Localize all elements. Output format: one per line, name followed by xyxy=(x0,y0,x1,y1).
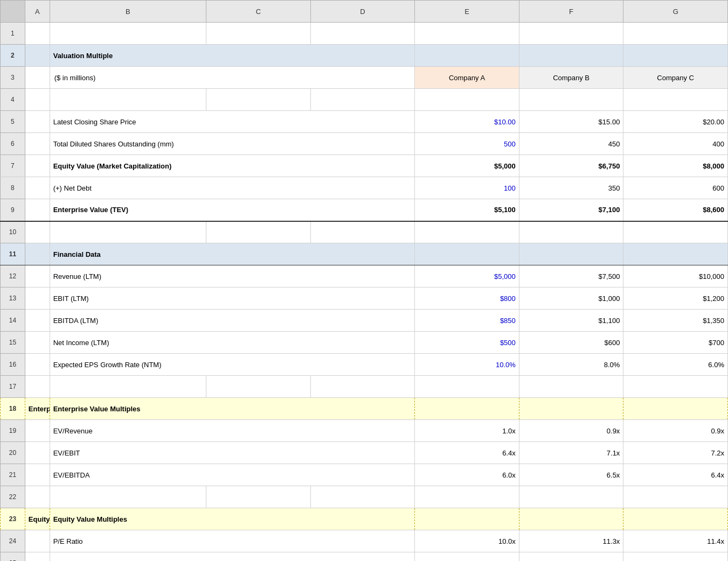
table-row: 9Enterprise Value (TEV)$5,100$7,100$8,60… xyxy=(1,199,728,221)
cell-g-value: 6.0% xyxy=(623,354,728,376)
cell-f xyxy=(519,221,623,243)
row-label: (+) Net Debt xyxy=(50,177,415,199)
cell-f xyxy=(519,45,623,67)
cell-a xyxy=(25,265,50,287)
corner-cell xyxy=(1,1,25,23)
cell-f-value: $15.00 xyxy=(519,111,623,133)
row-number: 16 xyxy=(1,354,25,376)
table-row: 16Expected EPS Growth Rate (NTM)10.0%8.0… xyxy=(1,354,728,376)
row-number: 4 xyxy=(1,89,25,111)
cell-a xyxy=(25,155,50,177)
cell-d xyxy=(310,89,415,111)
table-row: 3($ in millions)Company ACompany BCompan… xyxy=(1,67,728,89)
cell-d xyxy=(310,376,415,398)
cell-f-value: 11.3x xyxy=(519,530,623,552)
cell-g xyxy=(623,45,728,67)
cell-g-value: 6.4x xyxy=(623,464,728,486)
row-number: 19 xyxy=(1,420,25,442)
row-number: 24 xyxy=(1,530,25,552)
cell-d xyxy=(310,486,415,508)
cell-a xyxy=(25,89,50,111)
cell-g-value: $20.00 xyxy=(623,111,728,133)
cell-f-value: 6.5x xyxy=(519,464,623,486)
row-label: EBIT (LTM) xyxy=(50,287,415,310)
table-row: 24P/E Ratio10.0x11.3x11.4x xyxy=(1,530,728,552)
col-header-d: D xyxy=(310,1,415,23)
cell-e xyxy=(415,398,519,420)
cell-a xyxy=(25,23,50,45)
cell-f-value: $6,750 xyxy=(519,155,623,177)
cell-f xyxy=(519,89,623,111)
cell-b xyxy=(50,221,206,243)
cell-g-value: 600 xyxy=(623,177,728,199)
cell-a xyxy=(25,332,50,354)
cell-g xyxy=(623,508,728,530)
cell-c xyxy=(206,376,311,398)
row-label: EV/EBITDA xyxy=(50,464,415,486)
table-row: 20EV/EBIT6.4x7.1x7.2x xyxy=(1,442,728,464)
row-number: 1 xyxy=(1,23,25,45)
row-label: Total Diluted Shares Outstanding (mm) xyxy=(50,133,415,155)
row-label: Revenue (LTM) xyxy=(50,265,415,287)
cell-e-value: $850 xyxy=(415,310,519,332)
cell-b xyxy=(50,23,206,45)
cell-f xyxy=(519,486,623,508)
table-row: 7Equity Value (Market Capitalization)$5,… xyxy=(1,155,728,177)
row-number: 10 xyxy=(1,221,25,243)
cell-e-value: 10.0% xyxy=(415,354,519,376)
table-row: 25PEG Ratio1.0x1.4x1.9x xyxy=(1,552,728,562)
cell-e-value: $10.00 xyxy=(415,111,519,133)
cell-e-value: 10.0x xyxy=(415,530,519,552)
section-header-label: Enterprise Value Multiples xyxy=(50,398,415,420)
row-number: 6 xyxy=(1,133,25,155)
table-row: 17 xyxy=(1,376,728,398)
cell-f xyxy=(519,398,623,420)
cell-f-value: 0.9x xyxy=(519,420,623,442)
cell-a: Enterprise Value Multiples xyxy=(25,398,50,420)
column-header-row: A B C D E F G xyxy=(1,1,728,23)
cell-g xyxy=(623,486,728,508)
cell-f-value: $7,100 xyxy=(519,199,623,221)
cell-f xyxy=(519,243,623,265)
cell-e xyxy=(415,89,519,111)
table-row: 15Net Income (LTM)$500$600$700 xyxy=(1,332,728,354)
cell-f-value: $600 xyxy=(519,332,623,354)
table-row: 11Financial Data xyxy=(1,243,728,265)
cell-g-value: 0.9x xyxy=(623,420,728,442)
cell-e-value: $5,000 xyxy=(415,155,519,177)
col-header-f: F xyxy=(519,1,623,23)
spreadsheet: A B C D E F G 12Valuation Multiple3($ in… xyxy=(0,0,728,561)
cell-a xyxy=(25,486,50,508)
table-row: 6Total Diluted Shares Outstanding (mm)50… xyxy=(1,133,728,155)
cell-a xyxy=(25,221,50,243)
row-number: 22 xyxy=(1,486,25,508)
cell-g-value: $1,350 xyxy=(623,310,728,332)
table-row: 13EBIT (LTM)$800$1,000$1,200 xyxy=(1,287,728,310)
cell-e xyxy=(415,23,519,45)
cell-d xyxy=(310,23,415,45)
row-label: Expected EPS Growth Rate (NTM) xyxy=(50,354,415,376)
col-header-b: B xyxy=(50,1,206,23)
cell-e-value: $800 xyxy=(415,287,519,310)
cell-a xyxy=(25,177,50,199)
cell-g xyxy=(623,89,728,111)
cell-f-value: 8.0% xyxy=(519,354,623,376)
cell-g-value: $1,200 xyxy=(623,287,728,310)
cell-e xyxy=(415,376,519,398)
cell-e xyxy=(415,45,519,67)
cell-a xyxy=(25,354,50,376)
cell-e-value: 100 xyxy=(415,177,519,199)
cell-a xyxy=(25,420,50,442)
cell-a xyxy=(25,287,50,310)
cell-e-value: $5,100 xyxy=(415,199,519,221)
cell-b xyxy=(50,376,206,398)
row-label: Enterprise Value (TEV) xyxy=(50,199,415,221)
row-label: Equity Value (Market Capitalization) xyxy=(50,155,415,177)
row-number: 12 xyxy=(1,265,25,287)
cell-b xyxy=(50,89,206,111)
cell-g xyxy=(623,221,728,243)
cell-a xyxy=(25,530,50,552)
section-header-label: Valuation Multiple xyxy=(50,45,415,67)
cell-a xyxy=(25,67,50,89)
cell-g-value: 400 xyxy=(623,133,728,155)
